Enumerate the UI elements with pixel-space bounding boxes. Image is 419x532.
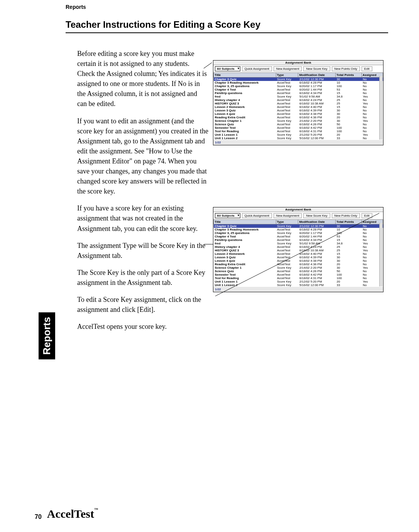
new-points-only-button[interactable]: New Points Only xyxy=(332,66,360,71)
cell: Fieldtrip questions xyxy=(214,91,276,95)
col-title[interactable]: Title xyxy=(214,73,276,77)
new-assignment-button[interactable]: New Assignment xyxy=(274,66,302,71)
cell: 15 xyxy=(336,105,362,109)
table-row[interactable]: Fieldtrip questionsAccelTest6/18/02 4:34… xyxy=(214,91,383,95)
page-number: 70 xyxy=(35,513,42,520)
cell: Score Key xyxy=(276,133,298,136)
cell: 50 xyxy=(336,123,362,126)
cell: Lesson 4 quiz xyxy=(214,112,276,116)
table-row[interactable]: Unit 1 Lesson 1Score Key2/12/02 5:20 PM2… xyxy=(214,133,383,136)
table-row[interactable]: Lesson 2 HomeworkAccelTest6/18/02 4:40 P… xyxy=(214,105,383,109)
cell: 6/20/02 1:17 PM xyxy=(298,84,336,88)
cell: Reading Extra Credit xyxy=(214,116,276,119)
cell: fred xyxy=(214,95,276,98)
cell: 6/18/02 10:38 AM xyxy=(298,102,336,105)
brand-logo: AccelTest™ xyxy=(47,507,98,520)
table-row[interactable]: HISTORY QUIZ 3AccelTest6/18/02 10:38 AM2… xyxy=(214,102,383,105)
table-row[interactable]: Chapter 3 QuizScore Key2/12/02 12:30 PM3… xyxy=(214,77,383,81)
subject-select[interactable]: All Subjects xyxy=(215,66,240,71)
cell: AccelTest xyxy=(276,81,298,84)
para-6: To edit a Score Key assignment, click on… xyxy=(77,295,208,315)
cell: 2/12/02 12:30 PM xyxy=(298,77,336,81)
para-7: AccelTest opens your score key. xyxy=(77,322,208,332)
table-row[interactable]: Science QuizAccelTest6/18/02 4:26 PM50No xyxy=(214,123,383,126)
para-3: If you have a score key for an existing … xyxy=(77,203,208,233)
para-4: The assignment Type will be Score Key in… xyxy=(77,241,208,261)
edit-button[interactable]: Edit xyxy=(362,66,372,71)
cell: AccelTest xyxy=(276,102,298,105)
cell: 2/12/02 5:20 PM xyxy=(298,133,336,136)
cell: 20 xyxy=(336,133,362,136)
cell: 15 xyxy=(336,91,362,95)
para-1: Before editing a score key you must make… xyxy=(77,49,208,109)
svg-line-0 xyxy=(215,213,379,296)
cell: 6/18/02 4:36 PM xyxy=(298,116,336,119)
cell: 25 xyxy=(336,102,362,105)
table-row[interactable]: fredScore Key5/1/02 9:58 AM34.8Yes xyxy=(214,95,383,98)
col-total-points[interactable]: Total Points xyxy=(336,73,362,77)
cell: 30 xyxy=(336,77,362,81)
table-row[interactable]: Unit 1 Lesson 2Score Key5/16/02 12:00 PM… xyxy=(214,136,383,140)
cell: AccelTest xyxy=(276,126,298,130)
cell: 34.8 xyxy=(336,95,362,98)
cell: Semester Test xyxy=(214,126,276,130)
callout-diagonal-icon xyxy=(213,207,383,304)
cell: AccelTest xyxy=(276,109,298,112)
cell: 5/16/02 12:00 PM xyxy=(298,136,336,140)
brand-text: AccelTest xyxy=(47,507,94,520)
cell: Score Key xyxy=(276,119,298,123)
cell: 30 xyxy=(336,119,362,123)
scrollbar[interactable] xyxy=(379,76,383,140)
cell: 30 xyxy=(336,112,362,116)
table-row[interactable]: Semester TestAccelTest6/18/02 4:42 PM100… xyxy=(214,126,383,130)
cell: Science Chapter 1 xyxy=(214,119,276,123)
table-row[interactable]: History chapter 4AccelTest6/18/02 4:24 P… xyxy=(214,98,383,102)
cell: 6/18/02 4:31 PM xyxy=(298,130,336,133)
col-type[interactable]: Type xyxy=(276,73,298,77)
cell: AccelTest xyxy=(276,116,298,119)
cell: Science Quiz xyxy=(214,123,276,126)
cell: HISTORY QUIZ 3 xyxy=(214,102,276,105)
cell: AccelTest xyxy=(276,123,298,126)
window-title: Assignment Bank xyxy=(213,61,383,65)
status-bar: 1/22 xyxy=(213,140,383,145)
cell: AccelTest xyxy=(276,105,298,109)
cell: 100 xyxy=(336,130,362,133)
table-row[interactable]: Lesson 4 quizAccelTest6/18/02 4:38 PM30N… xyxy=(214,112,383,116)
table-row[interactable]: Chapter 4 TestAccelTest6/20/02 1:44 PM53… xyxy=(214,88,383,91)
cell: 6/18/02 4:24 PM xyxy=(298,98,336,102)
table-row[interactable]: Chapter 3, 25 questionsScore Key6/20/02 … xyxy=(214,84,383,88)
cell: 6/18/02 4:38 PM xyxy=(298,112,336,116)
cell: 6/20/02 1:44 PM xyxy=(298,88,336,91)
quick-assignment-button[interactable]: Quick Assignment xyxy=(242,66,272,71)
para-2: If you want to edit an assignment (and t… xyxy=(77,116,208,197)
running-head: Reports xyxy=(66,4,388,10)
cell: 6/18/02 4:28 PM xyxy=(298,81,336,84)
cell: 100 xyxy=(336,126,362,130)
cell: 33 xyxy=(336,136,362,140)
cell: AccelTest xyxy=(276,112,298,116)
table-row[interactable]: Lesson 3 QuizAccelTest6/18/02 4:39 PM30N… xyxy=(214,109,383,112)
cell: 6/18/02 4:42 PM xyxy=(298,126,336,130)
table-row[interactable]: Reading Extra CreditAccelTest6/18/02 4:3… xyxy=(214,116,383,119)
cell: History chapter 4 xyxy=(214,98,276,102)
page-footer: 70 AccelTest™ xyxy=(35,507,98,520)
callout-line-icon xyxy=(204,244,213,244)
table-row[interactable]: Test for ReadingAccelTest6/18/02 4:31 PM… xyxy=(214,130,383,133)
cell: Test for Reading xyxy=(214,130,276,133)
col-mod-date[interactable]: Modification Date xyxy=(298,73,336,77)
cell: Chapter 3, 25 questions xyxy=(214,84,276,88)
cell: 30 xyxy=(336,109,362,112)
cell: 10 xyxy=(336,81,362,84)
cell: 100 xyxy=(336,84,362,88)
new-score-key-button[interactable]: New Score Key xyxy=(303,66,330,71)
assignment-table[interactable]: Title Type Modification Date Total Point… xyxy=(213,72,383,140)
table-row[interactable]: Chapter 3 Reading HomeworkAccelTest6/18/… xyxy=(214,81,383,84)
cell: 5/1/02 9:58 AM xyxy=(298,95,336,98)
table-row[interactable]: Science Chapter 1Score Key2/14/02 2:20 P… xyxy=(214,119,383,123)
cell: 25 xyxy=(336,98,362,102)
cell: Score Key xyxy=(276,95,298,98)
cell: 53 xyxy=(336,88,362,91)
cell: Score Key xyxy=(276,77,298,81)
para-5: The Score Key is the only part of a Scor… xyxy=(77,268,208,288)
